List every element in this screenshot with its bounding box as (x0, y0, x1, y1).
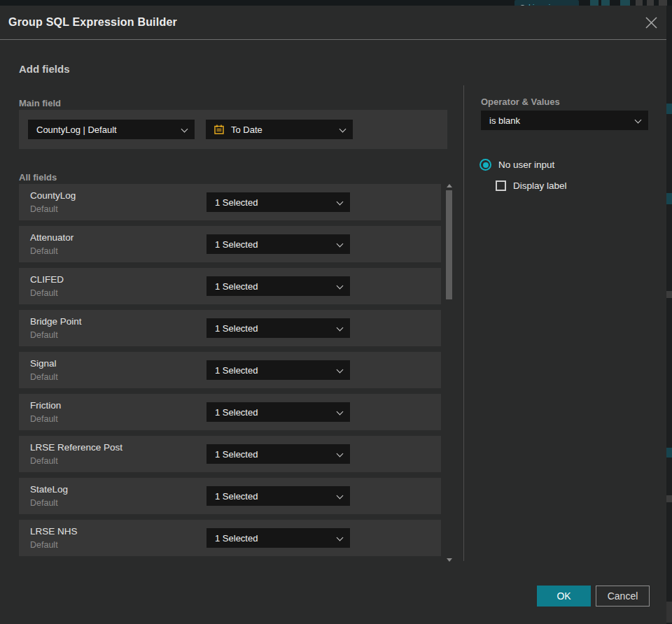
operator-values-label: Operator & Values (481, 97, 560, 107)
titlebar-separator (0, 39, 666, 40)
toolbar-icon-fragment (620, 0, 630, 6)
chevron-down-icon (337, 409, 344, 416)
field-values-dropdown[interactable]: 1 Selected (206, 402, 350, 422)
chevron-down-icon (337, 367, 344, 374)
field-name: Bridge Point (30, 316, 82, 327)
field-values-dropdown[interactable]: 1 Selected (206, 528, 350, 548)
close-icon[interactable] (645, 16, 658, 29)
main-field-type-dropdown[interactable]: To Date (206, 120, 353, 139)
field-row: Signal Default 1 Selected (19, 352, 441, 388)
live-view-toggle[interactable]: Live view (514, 0, 579, 6)
dialog-titlebar: Group SQL Expression Builder (0, 6, 666, 39)
main-field-label: Main field (19, 98, 61, 108)
field-values-dropdown-value: 1 Selected (215, 491, 258, 502)
field-values-dropdown[interactable]: 1 Selected (206, 486, 350, 506)
field-subtitle: Default (30, 372, 58, 382)
calendar-icon (214, 124, 225, 135)
background-fragment (666, 291, 672, 298)
field-subtitle: Default (30, 330, 58, 340)
field-row: StateLog Default 1 Selected (19, 478, 441, 514)
background-fragment (666, 602, 672, 623)
scroll-down-icon[interactable] (447, 558, 452, 562)
no-user-input-label: No user input (498, 159, 554, 170)
operator-dropdown[interactable]: is blank (481, 111, 648, 130)
field-name: CountyLog (30, 190, 76, 201)
field-subtitle: Default (30, 414, 58, 424)
field-row: CLIFED Default 1 Selected (19, 268, 441, 304)
background-app-toolbar: Live view (0, 0, 672, 6)
field-name: CLIFED (30, 274, 64, 285)
display-label-checkbox[interactable]: Display label (496, 180, 567, 191)
background-fragment (666, 193, 672, 204)
field-row: Bridge Point Default 1 Selected (19, 310, 441, 346)
ok-button[interactable]: OK (537, 586, 591, 607)
background-app-edge (666, 6, 672, 624)
all-fields-label: All fields (19, 172, 57, 183)
all-fields-list: CountyLog Default 1 Selected Attenuator … (19, 184, 441, 562)
field-values-dropdown[interactable]: 1 Selected (206, 444, 350, 464)
chevron-down-icon (635, 117, 642, 124)
field-values-dropdown-value: 1 Selected (215, 449, 258, 460)
chevron-down-icon (337, 283, 344, 290)
field-row: LRSE Reference Post Default 1 Selected (19, 436, 441, 472)
field-values-dropdown[interactable]: 1 Selected (206, 318, 350, 338)
chevron-down-icon (337, 199, 344, 206)
toolbar-icon-fragment (601, 0, 610, 6)
chevron-down-icon (181, 126, 188, 133)
field-values-dropdown-value: 1 Selected (215, 239, 258, 250)
field-name: LRSE NHS (30, 526, 78, 537)
field-row: Friction Default 1 Selected (19, 394, 441, 430)
main-field-dropdown-value: CountyLog | Default (36, 125, 117, 135)
column-divider (463, 85, 464, 561)
field-name: Signal (30, 358, 57, 369)
radio-selected-icon (479, 159, 491, 171)
main-field-type-value: To Date (231, 125, 262, 135)
add-fields-heading: Add fields (19, 63, 70, 75)
scrollbar-thumb[interactable] (446, 190, 452, 299)
field-values-dropdown-value: 1 Selected (215, 533, 258, 544)
field-values-dropdown[interactable]: 1 Selected (206, 360, 350, 380)
field-values-dropdown-value: 1 Selected (215, 365, 258, 376)
background-fragment (666, 495, 672, 502)
field-subtitle: Default (30, 204, 58, 214)
field-values-dropdown-value: 1 Selected (215, 407, 258, 418)
field-name: LRSE Reference Post (30, 442, 122, 453)
background-fragment (666, 104, 672, 114)
main-field-dropdown[interactable]: CountyLog | Default (28, 120, 195, 139)
field-values-dropdown-value: 1 Selected (215, 281, 258, 292)
field-values-dropdown-value: 1 Selected (215, 197, 258, 208)
toolbar-icon-fragment (636, 0, 643, 6)
chevron-down-icon (340, 126, 346, 133)
fields-list-scrollbar[interactable] (445, 184, 454, 562)
dialog-title: Group SQL Expression Builder (8, 6, 177, 39)
no-user-input-radio[interactable]: No user input (479, 159, 554, 171)
display-label-text: Display label (513, 180, 567, 191)
chevron-down-icon (337, 241, 344, 248)
main-field-panel: CountyLog | Default To Date (19, 110, 447, 149)
toolbar-icon-fragment (647, 0, 654, 6)
field-subtitle: Default (30, 288, 58, 298)
toolbar-icon-fragment (590, 0, 598, 6)
chevron-down-icon (337, 492, 344, 499)
field-row: LRSE NHS Default 1 Selected (19, 520, 441, 556)
chevron-down-icon (337, 451, 344, 458)
background-fragment (666, 448, 672, 458)
field-row: CountyLog Default 1 Selected (19, 184, 441, 220)
field-subtitle: Default (30, 498, 58, 508)
field-values-dropdown[interactable]: 1 Selected (206, 276, 350, 296)
chevron-down-icon (337, 325, 344, 332)
field-name: Friction (30, 400, 61, 411)
field-subtitle: Default (30, 456, 58, 466)
checkbox-unchecked-icon (496, 180, 506, 191)
field-name: StateLog (30, 484, 68, 495)
field-subtitle: Default (30, 246, 58, 256)
operator-dropdown-value: is blank (489, 115, 520, 126)
field-values-dropdown-value: 1 Selected (215, 323, 258, 334)
field-subtitle: Default (30, 540, 58, 550)
group-sql-expression-builder-dialog: Group SQL Expression Builder Add fields … (0, 6, 666, 624)
cancel-button[interactable]: Cancel (596, 586, 650, 607)
field-values-dropdown[interactable]: 1 Selected (206, 192, 350, 212)
scroll-up-icon[interactable] (447, 184, 452, 187)
screen: Live view Group SQL Expression Builder A… (0, 0, 672, 624)
field-values-dropdown[interactable]: 1 Selected (206, 234, 350, 254)
